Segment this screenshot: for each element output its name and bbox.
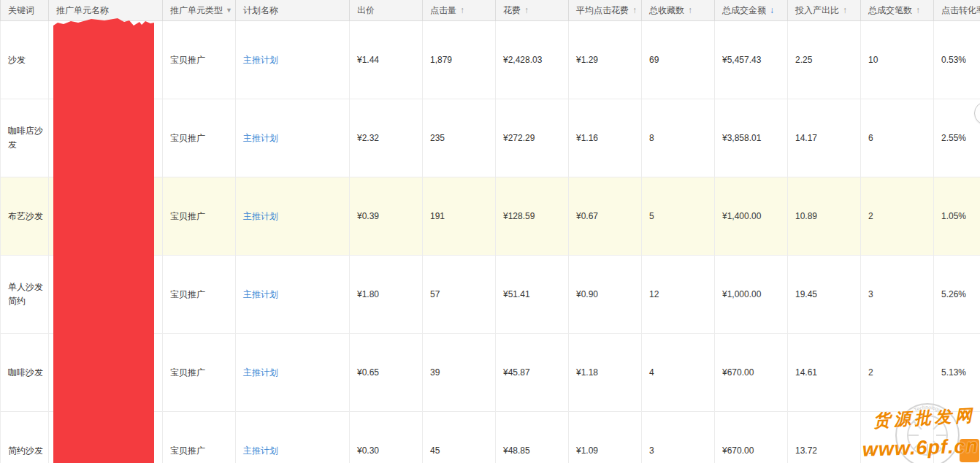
cell-avg-click-cost: ¥1.29 xyxy=(569,21,642,99)
col-label: 点击转化率 xyxy=(941,5,980,15)
cell-spend: ¥51.41 xyxy=(496,256,569,334)
cell-keyword: 单人沙发简约 xyxy=(1,256,49,334)
cell-clicks: 45 xyxy=(423,412,496,463)
col-label: 出价 xyxy=(357,5,375,15)
cell-plan-name: 主推计划 xyxy=(236,412,350,463)
cell-cvr: 1.05% xyxy=(934,177,980,256)
col-header-orders[interactable]: 总成交笔数↑ xyxy=(861,0,934,21)
col-header-bid: 出价 xyxy=(350,0,423,21)
col-label: 计划名称 xyxy=(243,5,278,15)
cell-bid: ¥1.44 xyxy=(350,21,423,99)
col-label: 花费 xyxy=(503,5,521,15)
cell-spend: ¥48.85 xyxy=(496,412,569,463)
sort-desc-active-icon[interactable]: ↓ xyxy=(770,5,774,15)
col-label: 平均点击花费 xyxy=(576,5,629,15)
cell-clicks: 39 xyxy=(423,334,496,412)
cell-favorites: 3 xyxy=(642,412,715,463)
sort-asc-icon[interactable]: ↑ xyxy=(843,5,847,15)
col-header-avg-click-cost[interactable]: 平均点击花费↑ xyxy=(569,0,642,21)
col-label: 推广单元名称 xyxy=(56,5,109,15)
col-header-unit-type[interactable]: 推广单元类型▼ xyxy=(163,0,236,21)
cell-cvr: 2.55% xyxy=(934,99,980,177)
cell-plan-name: 主推计划 xyxy=(236,21,350,99)
col-label: 投入产出比 xyxy=(795,5,839,15)
col-header-clicks[interactable]: 点击量↑ xyxy=(423,0,496,21)
cell-favorites: 4 xyxy=(642,334,715,412)
col-label: 关键词 xyxy=(8,5,34,15)
cell-clicks: 235 xyxy=(423,99,496,177)
cell-favorites: 69 xyxy=(642,21,715,99)
cell-gmv: ¥670.00 xyxy=(715,412,788,463)
col-header-gmv[interactable]: 总成交金额↓ xyxy=(715,0,788,21)
cell-clicks: 57 xyxy=(423,256,496,334)
redaction-overlay xyxy=(53,18,154,463)
plan-link[interactable]: 主推计划 xyxy=(243,445,278,456)
cell-clicks: 1,879 xyxy=(423,21,496,99)
cell-unit-type: 宝贝推广 xyxy=(163,256,236,334)
cell-gmv: ¥1,000.00 xyxy=(715,256,788,334)
cell-orders: 6 xyxy=(861,99,934,177)
sort-asc-icon[interactable]: ↑ xyxy=(688,5,692,15)
cell-avg-click-cost: ¥1.09 xyxy=(569,412,642,463)
col-label: 总收藏数 xyxy=(649,5,684,15)
col-label: 推广单元类型 xyxy=(170,5,223,15)
sort-asc-icon[interactable]: ↑ xyxy=(916,5,920,15)
col-header-spend[interactable]: 花费↑ xyxy=(496,0,569,21)
cell-spend: ¥128.59 xyxy=(496,177,569,256)
cell-favorites: 8 xyxy=(642,99,715,177)
plan-link[interactable]: 主推计划 xyxy=(243,133,278,143)
col-header-cvr: 点击转化率 xyxy=(934,0,980,21)
cell-avg-click-cost: ¥0.90 xyxy=(569,256,642,334)
cell-spend: ¥45.87 xyxy=(496,334,569,412)
cell-gmv: ¥5,457.43 xyxy=(715,21,788,99)
cell-bid: ¥0.65 xyxy=(350,334,423,412)
cell-bid: ¥0.39 xyxy=(350,177,423,256)
cell-roi: 10.89 xyxy=(788,177,861,256)
cell-spend: ¥2,428.03 xyxy=(496,21,569,99)
cell-keyword: 咖啡沙发 xyxy=(1,334,49,412)
cell-cvr: 0.53% xyxy=(934,21,980,99)
cell-gmv: ¥670.00 xyxy=(715,334,788,412)
col-label: 总成交金额 xyxy=(722,5,766,15)
plan-link[interactable]: 主推计划 xyxy=(243,289,278,299)
cell-favorites: 12 xyxy=(642,256,715,334)
col-header-roi[interactable]: 投入产出比↑ xyxy=(788,0,861,21)
cell-unit-type: 宝贝推广 xyxy=(163,99,236,177)
cell-roi: 14.17 xyxy=(788,99,861,177)
filter-dropdown-icon[interactable]: ▼ xyxy=(226,7,232,14)
cell-plan-name: 主推计划 xyxy=(236,177,350,256)
cell-bid: ¥0.30 xyxy=(350,412,423,463)
plan-link[interactable]: 主推计划 xyxy=(243,55,278,65)
plan-link[interactable]: 主推计划 xyxy=(243,211,278,221)
col-header-unit-name: 推广单元名称 xyxy=(49,0,163,21)
cell-spend: ¥272.29 xyxy=(496,99,569,177)
plan-link[interactable]: 主推计划 xyxy=(243,367,278,378)
cell-roi: 19.45 xyxy=(788,256,861,334)
cell-plan-name: 主推计划 xyxy=(236,99,350,177)
cell-roi: 2.25 xyxy=(788,21,861,99)
cell-plan-name: 主推计划 xyxy=(236,256,350,334)
cell-plan-name: 主推计划 xyxy=(236,334,350,412)
col-label: 点击量 xyxy=(430,5,456,15)
cell-unit-type: 宝贝推广 xyxy=(163,21,236,99)
cell-gmv: ¥1,400.00 xyxy=(715,177,788,256)
col-header-keyword: 关键词 xyxy=(1,0,49,21)
sort-asc-icon[interactable]: ↑ xyxy=(524,5,529,15)
col-header-plan-name: 计划名称 xyxy=(236,0,350,21)
col-header-favorites[interactable]: 总收藏数↑ xyxy=(642,0,715,21)
cell-keyword: 咖啡店沙发 xyxy=(1,99,49,177)
cell-unit-type: 宝贝推广 xyxy=(163,334,236,412)
cell-keyword: 沙发 xyxy=(1,21,49,99)
cell-bid: ¥2.32 xyxy=(350,99,423,177)
cell-avg-click-cost: ¥0.67 xyxy=(569,177,642,256)
cell-unit-type: 宝贝推广 xyxy=(163,412,236,463)
sort-asc-icon[interactable]: ↑ xyxy=(632,5,637,15)
watermark-site-url: www.6pf.cn xyxy=(862,435,979,462)
cell-bid: ¥1.80 xyxy=(350,256,423,334)
header-row: 关键词 推广单元名称 推广单元类型▼ 计划名称 出价 点击量↑ 花费↑ 平均点击… xyxy=(1,0,980,21)
sort-asc-icon[interactable]: ↑ xyxy=(460,5,464,15)
watermark: Network Technology 货源批发网 www.6pf.cn xyxy=(819,375,980,463)
cell-orders: 10 xyxy=(861,21,934,99)
keyword-report-screen: 关键词 推广单元名称 推广单元类型▼ 计划名称 出价 点击量↑ 花费↑ 平均点击… xyxy=(0,0,980,463)
col-label: 总成交笔数 xyxy=(868,5,912,15)
